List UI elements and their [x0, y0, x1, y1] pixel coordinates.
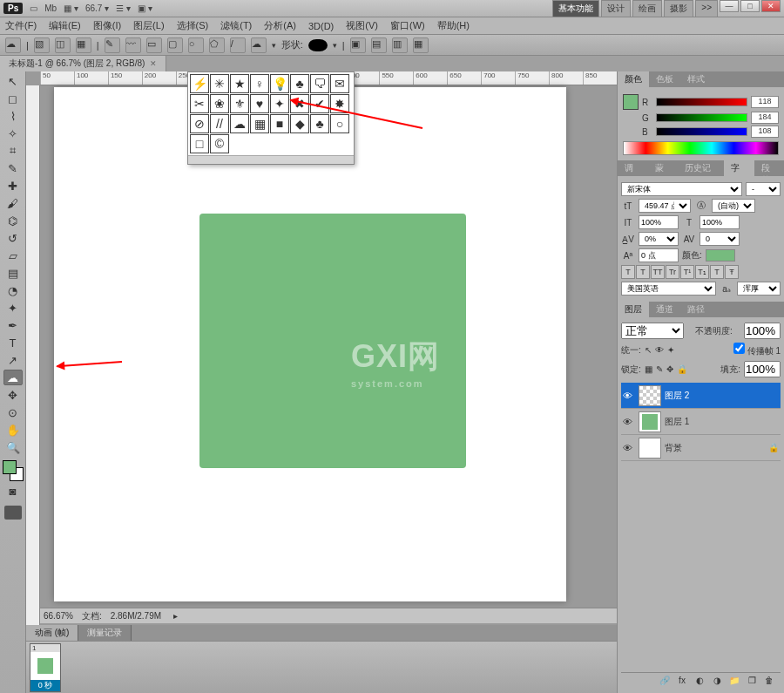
- combine-intersect-icon[interactable]: ▥: [392, 37, 408, 53]
- hscale-input[interactable]: [700, 215, 740, 229]
- layer-thumb[interactable]: [639, 438, 661, 459]
- eraser-tool-icon[interactable]: ▱: [3, 248, 23, 263]
- tab-animation[interactable]: 动画 (帧): [26, 625, 78, 641]
- unify-visibility-icon[interactable]: 👁: [655, 345, 664, 355]
- menu-help[interactable]: 帮助(H): [437, 19, 470, 32]
- launch-bridge-icon[interactable]: Mb: [44, 3, 57, 13]
- visibility-icon[interactable]: 👁: [623, 417, 635, 427]
- new-layer-icon[interactable]: ❐: [746, 676, 758, 688]
- layer-style-icon[interactable]: fx: [676, 676, 688, 688]
- ruler-vertical[interactable]: [26, 85, 40, 693]
- screen-mode-icon[interactable]: ▭: [30, 3, 37, 13]
- subscript-button[interactable]: T₁: [695, 265, 709, 279]
- g-slider[interactable]: [656, 113, 747, 122]
- layer-name[interactable]: 背景: [665, 442, 682, 454]
- aa-select[interactable]: 浑厚: [737, 282, 781, 296]
- polygon-tool-icon[interactable]: ⬠: [209, 37, 225, 53]
- shape-cell[interactable]: ⚜: [230, 94, 249, 113]
- menu-select[interactable]: 选择(S): [177, 19, 209, 32]
- layer-thumb[interactable]: [639, 385, 661, 406]
- 3d-camera-icon[interactable]: ⊙: [3, 404, 23, 420]
- move-tool-icon[interactable]: ↖: [3, 73, 23, 89]
- fg-color-swatch[interactable]: [3, 460, 17, 474]
- tab-styles[interactable]: 样式: [680, 71, 712, 87]
- fill-input[interactable]: [744, 361, 781, 377]
- link-layers-icon[interactable]: 🔗: [659, 676, 671, 688]
- menu-file[interactable]: 文件(F): [5, 19, 37, 32]
- workspace-photo[interactable]: 摄影: [664, 0, 693, 17]
- menu-3d[interactable]: 3D(D): [308, 21, 334, 31]
- workspace-essentials[interactable]: 基本功能: [552, 0, 599, 17]
- smallcaps-button[interactable]: Tr: [666, 265, 679, 279]
- strike-button[interactable]: Ŧ: [725, 265, 739, 279]
- shape-cell[interactable]: ✳: [210, 74, 229, 93]
- screenmode-icon[interactable]: [4, 506, 22, 520]
- b-value[interactable]: 108: [751, 126, 779, 138]
- leading-select[interactable]: (自动): [712, 199, 755, 213]
- 3d-tool-icon[interactable]: ✥: [3, 387, 23, 403]
- layer-thumb[interactable]: [639, 411, 661, 432]
- stamp-tool-icon[interactable]: ⌬: [3, 213, 23, 228]
- shape-cell[interactable]: ❀: [210, 94, 229, 113]
- shape-preview[interactable]: [308, 39, 328, 51]
- shape-cell[interactable]: ■: [270, 114, 289, 133]
- freeform-pen-icon[interactable]: 〰: [125, 37, 141, 53]
- dodge-tool-icon[interactable]: ✦: [3, 300, 23, 316]
- gradient-tool-icon[interactable]: ▤: [3, 265, 23, 281]
- tab-channels[interactable]: 通道: [649, 302, 680, 317]
- shape-cell[interactable]: ©: [210, 134, 229, 153]
- tab-measurement[interactable]: 测量记录: [78, 625, 132, 641]
- italic-button[interactable]: T: [636, 265, 650, 279]
- adjustment-layer-icon[interactable]: ◑: [711, 676, 723, 688]
- layer-name[interactable]: 图层 2: [665, 390, 689, 402]
- quickmask-icon[interactable]: ◙: [3, 483, 23, 499]
- zoom-tool-icon[interactable]: 🔍: [3, 439, 23, 455]
- lock-position-icon[interactable]: ✥: [666, 364, 673, 374]
- font-style-select[interactable]: -: [746, 182, 781, 196]
- layer-row[interactable]: 👁 图层 1: [621, 409, 781, 435]
- menu-analysis[interactable]: 分析(A): [264, 19, 296, 32]
- line-tool-icon[interactable]: /: [230, 37, 246, 53]
- language-select[interactable]: 美国英语: [621, 282, 716, 296]
- r-slider[interactable]: [656, 98, 747, 106]
- shape-cell[interactable]: ◆: [290, 114, 309, 133]
- shape-layers-icon[interactable]: ▧: [34, 37, 50, 53]
- crop-tool-icon[interactable]: ⌗: [3, 143, 23, 159]
- menu-layer[interactable]: 图层(L): [133, 19, 164, 32]
- layer-row[interactable]: 👁 图层 2: [621, 383, 781, 409]
- allcaps-button[interactable]: TT: [651, 265, 665, 279]
- arrange-docs-icon[interactable]: ▦ ▾: [64, 3, 78, 13]
- visibility-icon[interactable]: 👁: [623, 391, 635, 401]
- shape-cell[interactable]: ♣: [310, 114, 329, 133]
- tab-layers[interactable]: 图层: [618, 302, 649, 317]
- new-group-icon[interactable]: 📁: [728, 676, 740, 688]
- shape-cell[interactable]: ⚡: [190, 74, 209, 93]
- healing-tool-icon[interactable]: ✚: [3, 178, 23, 194]
- shape-cell[interactable]: ♣: [290, 74, 309, 93]
- g-value[interactable]: 184: [751, 112, 779, 124]
- menu-edit[interactable]: 编辑(E): [49, 19, 81, 32]
- shape-cell[interactable]: ★: [230, 74, 249, 93]
- tracking-select[interactable]: 0: [700, 232, 740, 246]
- marquee-tool-icon[interactable]: ◻: [3, 91, 23, 106]
- lock-pixels-icon[interactable]: ✎: [656, 364, 663, 374]
- tool-preset-icon[interactable]: ☁: [5, 37, 21, 53]
- opacity-input[interactable]: [744, 323, 781, 339]
- view-rulers-icon[interactable]: ▣ ▾: [138, 3, 152, 13]
- workspace-painting[interactable]: 绘画: [632, 0, 662, 17]
- underline-button[interactable]: T: [710, 265, 724, 279]
- shape-cell[interactable]: 🗨: [310, 74, 329, 93]
- brush-tool-icon[interactable]: 🖌: [3, 195, 23, 211]
- menu-image[interactable]: 图像(I): [93, 19, 121, 32]
- combine-add-icon[interactable]: ▣: [350, 37, 366, 53]
- frame-1[interactable]: 1 0 秒: [30, 643, 61, 692]
- status-menu-icon[interactable]: ▸: [173, 611, 178, 621]
- font-family-select[interactable]: 新宋体: [621, 182, 742, 196]
- shape-cell[interactable]: ♀: [250, 74, 269, 93]
- color-panel-swatch[interactable]: [623, 94, 639, 110]
- color-spectrum[interactable]: [623, 141, 779, 155]
- document-tab[interactable]: 未标题-1 @ 66.7% (图层 2, RGB/8) ✕: [0, 56, 166, 71]
- shape-cell[interactable]: ✂: [190, 94, 209, 113]
- fill-pixels-icon[interactable]: ▦: [76, 37, 91, 53]
- tab-paragraph[interactable]: 段落: [754, 160, 785, 176]
